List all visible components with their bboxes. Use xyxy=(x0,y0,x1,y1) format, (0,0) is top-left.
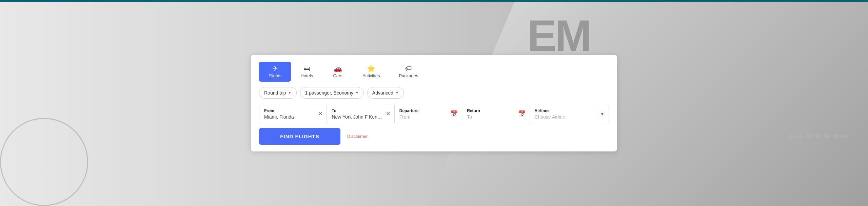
tab-activities-label: Activities xyxy=(362,73,380,78)
fields-row: From Miami, Florida ✕ To New York John F… xyxy=(259,105,609,123)
bottom-row: FIND FLIGHTS Disclaimer xyxy=(259,128,609,145)
to-value: New York John F Kennedy, New Y xyxy=(332,114,389,120)
hotels-icon: 🛏 xyxy=(303,65,310,72)
airlines-placeholder: Choose Airline xyxy=(535,114,604,120)
activities-icon: ⭐ xyxy=(367,65,375,72)
tab-activities[interactable]: ⭐ Activities xyxy=(353,62,389,82)
departure-field[interactable]: Departure From 📅 xyxy=(395,105,462,123)
from-label: From xyxy=(264,108,322,113)
return-label: Return xyxy=(467,108,525,113)
trip-type-dropdown[interactable]: Round trip ▼ xyxy=(259,87,297,99)
airlines-label: Airlines xyxy=(535,108,604,113)
packages-icon: 🏷 xyxy=(405,65,412,72)
airlines-field[interactable]: Airlines Choose Airline ▼ xyxy=(530,105,609,123)
to-clear-icon[interactable]: ✕ xyxy=(386,111,390,117)
to-label: To xyxy=(332,108,389,113)
tab-hotels[interactable]: 🛏 Hotels xyxy=(291,62,322,82)
find-flights-button[interactable]: FIND FLIGHTS xyxy=(259,128,340,145)
return-placeholder: To xyxy=(467,114,525,120)
advanced-dropdown[interactable]: Advanced ▼ xyxy=(367,87,404,99)
find-flights-label: FIND FLIGHTS xyxy=(280,133,319,139)
from-clear-icon[interactable]: ✕ xyxy=(318,111,322,117)
tab-hotels-label: Hotels xyxy=(300,73,313,78)
top-bar xyxy=(0,0,868,2)
advanced-chevron-icon: ▼ xyxy=(395,91,399,95)
advanced-label: Advanced xyxy=(372,90,393,96)
to-field[interactable]: To New York John F Kennedy, New Y ✕ xyxy=(327,105,394,123)
return-field[interactable]: Return To 📅 xyxy=(462,105,530,123)
flights-icon: ✈ xyxy=(272,65,278,72)
tab-packages-label: Packages xyxy=(399,73,418,78)
search-panel: ✈ Flights 🛏 Hotels 🚗 Cars ⭐ Activities 🏷… xyxy=(251,55,617,151)
trip-type-chevron-icon: ▼ xyxy=(288,91,292,95)
departure-calendar-icon[interactable]: 📅 xyxy=(450,110,458,118)
tab-flights[interactable]: ✈ Flights xyxy=(259,62,291,82)
departure-label: Departure xyxy=(399,108,457,113)
from-value: Miami, Florida xyxy=(264,114,322,120)
filters-row: Round trip ▼ 1 passenger, Economy ▼ Adva… xyxy=(259,87,609,99)
tab-flights-label: Flights xyxy=(269,73,281,78)
from-field[interactable]: From Miami, Florida ✕ xyxy=(259,105,327,123)
tab-cars[interactable]: 🚗 Cars xyxy=(322,62,353,82)
cars-icon: 🚗 xyxy=(334,65,342,72)
disclaimer-link[interactable]: Disclaimer xyxy=(347,134,368,139)
passengers-chevron-icon: ▼ xyxy=(355,91,359,95)
tab-packages[interactable]: 🏷 Packages xyxy=(389,62,428,82)
trip-type-label: Round trip xyxy=(264,90,286,96)
passengers-label: 1 passenger, Economy xyxy=(305,90,353,96)
departure-placeholder: From xyxy=(399,114,457,120)
tab-cars-label: Cars xyxy=(333,73,342,78)
passengers-dropdown[interactable]: 1 passenger, Economy ▼ xyxy=(300,87,364,99)
main-content: ✈ Flights 🛏 Hotels 🚗 Cars ⭐ Activities 🏷… xyxy=(0,0,868,206)
tabs-row: ✈ Flights 🛏 Hotels 🚗 Cars ⭐ Activities 🏷… xyxy=(259,62,609,82)
return-calendar-icon[interactable]: 📅 xyxy=(518,110,526,118)
airlines-chevron-icon[interactable]: ▼ xyxy=(600,111,605,117)
